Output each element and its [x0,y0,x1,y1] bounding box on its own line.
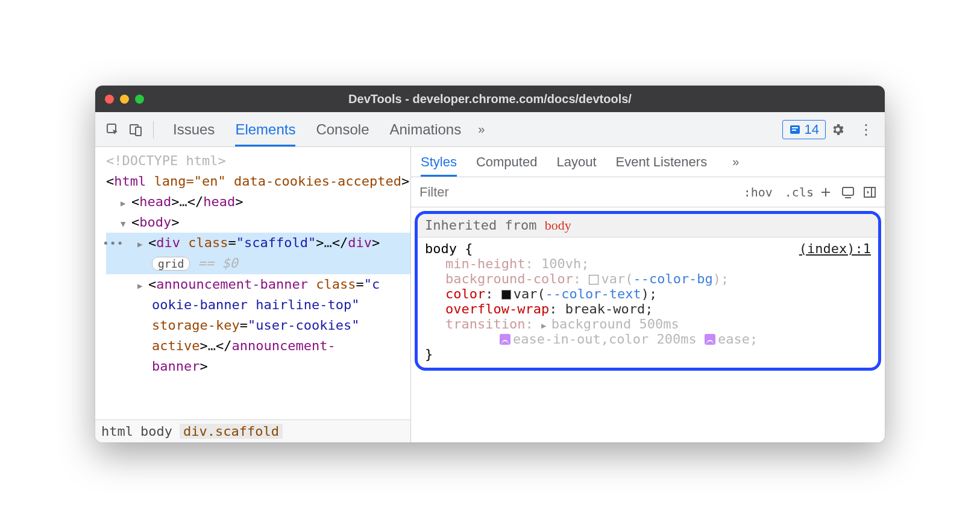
announcement-wrap2: storage-key="user-cookies" [106,315,410,336]
prop-transition-cont: ease-in-out,color 200ms ease; [445,332,871,347]
svg-rect-2 [136,127,141,136]
filter-input[interactable] [411,177,738,207]
main-toolbar: Issues Elements Console Animations » 14 … [95,112,885,147]
device-toolbar-icon[interactable] [127,121,145,139]
devtools-window: DevTools - developer.chrome.com/docs/dev… [95,86,885,442]
titlebar: DevTools - developer.chrome.com/docs/dev… [95,86,885,112]
maximize-window-icon[interactable] [135,95,144,104]
issues-badge[interactable]: 14 [782,120,826,139]
announcement-wrap1: ookie-banner hairline-top" [106,295,410,315]
cls-toggle[interactable]: .cls [779,185,820,200]
announcement-close: banner> [106,356,410,377]
subtab-layout[interactable]: Layout [556,148,596,177]
close-window-icon[interactable] [105,95,114,104]
more-tabs-icon[interactable]: » [478,122,485,136]
tab-elements[interactable]: Elements [235,113,295,146]
svg-rect-4 [792,127,798,128]
new-rule-icon[interactable] [820,186,841,198]
filter-row: :hov .cls [411,177,885,207]
issues-count: 14 [805,122,819,137]
subtab-styles[interactable]: Styles [421,148,457,177]
overflow-icon[interactable]: ••• [102,235,124,252]
window-controls [105,95,144,104]
subtab-computed[interactable]: Computed [476,148,538,177]
svg-rect-5 [792,130,796,131]
tab-console[interactable]: Console [316,113,369,146]
body-node[interactable]: ▼<body> [106,212,410,233]
more-menu-icon[interactable]: ⋮ [856,121,876,138]
dom-panel: <!DOCTYPE html> <html lang="en" data-coo… [95,147,411,442]
breadcrumb-body[interactable]: body [140,424,172,439]
head-node[interactable]: ▶<head>…</head> [106,192,410,212]
breadcrumb: html body div.scaffold [95,420,410,442]
prop-transition[interactable]: transition: ▶ background 500ms [445,316,871,332]
breadcrumb-html[interactable]: html [101,424,133,439]
html-node[interactable]: <html lang="en" data-cookies-accepted> [106,171,410,192]
inherited-header: Inherited from body [418,214,878,237]
easing-icon[interactable] [500,334,510,345]
tab-issues[interactable]: Issues [173,113,215,146]
svg-rect-7 [864,187,875,197]
issues-icon [789,124,801,136]
scaffold-badge-row: grid == $0 [106,253,410,274]
prop-background-color[interactable]: background-color: var(--color-bg); [445,271,871,286]
separator [153,121,154,138]
announcement-wrap3: active>…</announcement- [106,336,410,356]
announcement-node[interactable]: ▶<announcement-banner class="c [106,274,410,295]
styles-subtabs: Styles Computed Layout Event Listeners » [411,147,885,177]
settings-icon[interactable] [831,122,851,137]
svg-rect-6 [843,187,853,195]
rule-close: } [425,347,871,362]
inspect-element-icon[interactable] [104,121,122,139]
grid-badge[interactable]: grid [152,257,190,271]
computed-styles-icon[interactable] [841,186,863,198]
color-swatch-icon[interactable] [501,290,511,300]
toggle-sidebar-icon[interactable] [863,186,885,198]
hov-toggle[interactable]: :hov [738,185,779,200]
css-rule[interactable]: body { (index):1 min-height: 100vh; back… [418,237,878,368]
tab-animations[interactable]: Animations [389,113,461,146]
styles-panel: Styles Computed Layout Event Listeners »… [411,147,885,442]
doctype-node[interactable]: <!DOCTYPE html> [106,151,410,171]
inherited-from[interactable]: body [545,218,571,233]
dom-tree[interactable]: <!DOCTYPE html> <html lang="en" data-coo… [95,147,410,420]
rule-source[interactable]: (index):1 [799,241,871,256]
subtab-event-listeners[interactable]: Event Listeners [616,148,708,177]
prop-color[interactable]: color: var(--color-text); [445,286,871,301]
selector[interactable]: body { [425,241,473,256]
scaffold-node[interactable]: •••▶<div class="scaffold">…</div> [106,233,410,253]
window-title: DevTools - developer.chrome.com/docs/dev… [95,92,885,106]
breadcrumb-current[interactable]: div.scaffold [180,424,283,439]
easing-icon[interactable] [705,334,715,345]
main-tabs: Issues Elements Console Animations [173,113,461,146]
color-swatch-icon[interactable] [589,275,598,284]
inherited-rule-highlight: Inherited from body body { (index):1 min… [415,211,881,371]
more-subtabs-icon[interactable]: » [732,155,739,169]
prop-min-height[interactable]: min-height: 100vh; [445,256,871,271]
minimize-window-icon[interactable] [120,95,129,104]
prop-overflow-wrap[interactable]: overflow-wrap: break-word; [445,301,871,316]
